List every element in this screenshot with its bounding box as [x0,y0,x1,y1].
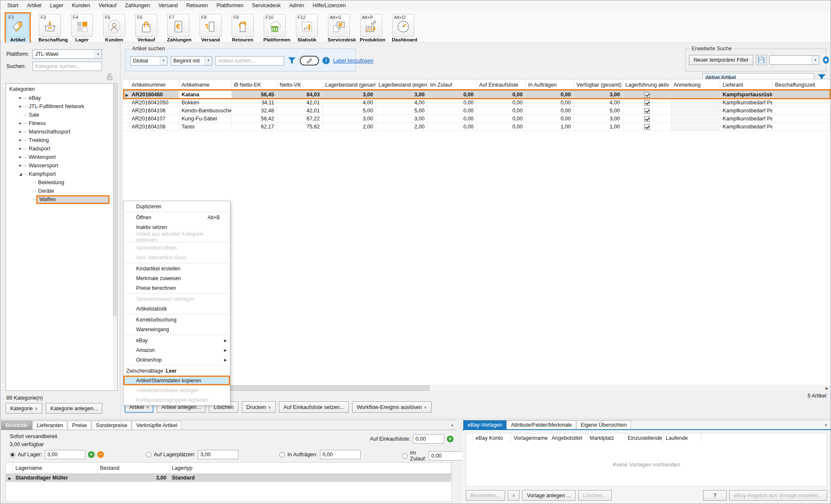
checkbox-checked-icon[interactable] [644,100,650,106]
toolbar-button-lager[interactable]: F4Lager [69,12,95,44]
search-scope-select[interactable]: Global▼ [130,56,167,65]
radio-button[interactable] [10,452,15,458]
radio-button[interactable] [402,453,407,459]
tree-item-trekking[interactable]: ▶Trekking [6,136,117,144]
menubar-item-servicedesk[interactable]: Servicedesk [248,1,285,10]
vorlage-anlegen-button[interactable]: Vorlage anlegen ... [522,490,575,501]
tree-expander-icon[interactable]: ▶ [18,147,23,150]
tree-item-sale[interactable]: Sale [6,111,117,119]
tab-eigene-übersichten[interactable]: Eigene Übersichten [577,420,631,429]
checkbox-checked-icon[interactable] [644,92,650,98]
column-header-beschaffungszeit[interactable]: Beschaffungszeit [772,79,831,90]
article-row-ar2016041050[interactable]: AR2016041050Bokken34,1142,014,004,000,00… [123,98,831,106]
menubar-item-start[interactable]: Start [3,1,22,10]
tab-attribute-felder-merkmale[interactable]: Attribute/Felder/Merkmale [507,420,576,429]
checkbox-checked-icon[interactable] [644,108,650,114]
toolbar-button-versand[interactable]: F8Versand [197,12,224,44]
context-menu-item-merkmale-zuweisen[interactable]: Merkmale zuweisen [123,273,230,283]
tree-expander-icon[interactable]: ▶ [18,155,23,159]
menubar-item-versand[interactable]: Versand [154,1,182,10]
stock-input-auf-lagerplätzen[interactable] [198,450,238,459]
drucken-button[interactable]: Drucken∨ [242,401,276,413]
scroll-right-icon[interactable]: ▶ [824,385,830,391]
column-header-laufende[interactable]: Laufende [663,433,701,443]
context-menu-item-artikelstatistik[interactable]: Artikelstatistik [123,304,230,313]
auf-einkaufsliste-setzen-button[interactable]: Auf Einkaufsliste setzen... [279,401,349,413]
article-search-input[interactable] [216,56,284,65]
increase-icon[interactable]: + [88,451,95,458]
column-header-artikelnummer[interactable]: Artikelnummer [129,79,179,90]
tree-expander-icon[interactable]: ▶ [18,96,23,100]
saved-filter-select[interactable]: ▼ [769,55,819,65]
stock-input-in-aufträgen[interactable] [320,450,361,459]
toolbar-button-beschaffung[interactable]: F3Beschaffung [37,12,63,44]
context-menu-item-öffnen[interactable]: ÖffnenAlt+B [123,212,230,222]
toolbar-button-retouren[interactable]: F9Retouren [230,12,256,44]
menubar-item-retouren[interactable]: Retouren [182,1,212,10]
menubar-item-artikel[interactable]: Artikel [22,1,46,10]
menubar-item-verkauf[interactable]: Verkauf [94,1,120,10]
column-header-lieferant[interactable]: Lieferant [720,79,772,90]
tab-bestände[interactable]: Bestände [1,421,32,430]
radio-button[interactable] [279,452,285,458]
context-menu-item-duplizieren[interactable]: Duplizieren [123,202,230,211]
label-hinzufuegen-link[interactable]: Label hinzufügen [333,58,373,64]
column-header-ebay-konto[interactable]: eBay Konto [473,433,511,443]
increase-icon[interactable]: + [447,436,454,442]
toolbar-button-verkauf[interactable]: F6Verkauf [133,12,159,44]
tab-ebay-vorlagen[interactable]: eBay-Vorlagen [463,420,506,429]
menubar-item-kunden[interactable]: Kunden [68,1,94,10]
menubar-item-admin[interactable]: Admin [285,1,308,10]
tab-preise[interactable]: Preise [68,421,91,430]
tree-expander-icon[interactable]: ▶ [18,122,23,125]
tree-item-fitness[interactable]: ▶Fitness [6,119,117,128]
article-row-ar201604108[interactable]: AR201604108Tanto62,1775,622,002,000,000,… [123,123,831,131]
edit-labels-toggle[interactable] [300,56,319,65]
stock-row-standardlager-müller[interactable]: ▶Standardlager Müller3,00Standard [6,474,451,482]
column-header-in-aufträgen[interactable]: In Aufträgen [525,79,574,90]
column-header-einzustellende[interactable]: Einzustellende [625,433,663,443]
toolbar-button-artikel[interactable]: F2Artikel [5,12,31,44]
tree-item-bekleidung[interactable]: Bekleidung [6,178,117,187]
radio-button[interactable] [146,452,151,458]
article-row-ar201604107[interactable]: AR201604107Kung-Fu-Säbel56,4267,223,003,… [123,114,831,123]
context-menu-item-kindartikel-erstellen[interactable]: Kindartikel erstellen [123,264,230,273]
panel-tab-overflow-icon[interactable]: ▼ [451,424,454,428]
column-header-netto-vk[interactable]: Netto-VK [277,79,323,90]
help-button[interactable]: ? [703,490,727,501]
toolbar-button-servicedesk[interactable]: Alt+SServicedesk [326,12,352,44]
kategorie-menu-button[interactable]: Kategorie∨ [5,403,42,414]
menubar-item-lager[interactable]: Lager [46,1,68,10]
scrollbar-thumb[interactable] [113,84,117,316]
tree-item-wassersport[interactable]: ▶Wassersport [6,161,117,170]
context-menu-item-onlineshop[interactable]: Onlineshop▶ [123,355,230,365]
column-header-artikelname[interactable]: Artikelname [179,79,231,90]
column-header-anmerkung[interactable]: Anmerkung [671,79,720,90]
column-header-lagerbestand-eigen[interactable]: Lagerbestand (eigen) [376,79,427,90]
tree-item-radsport[interactable]: ▶Radsport [6,144,117,153]
column-header-lagertyp[interactable]: Lagertyp [169,463,451,474]
tree-expander-icon[interactable]: ▶ [18,164,23,167]
context-menu-item-wareneingang[interactable]: Wareneingang [123,324,230,334]
toolbar-button-statistik[interactable]: F12Statistik [294,12,320,44]
unlock-icon[interactable] [107,73,113,81]
panel-tab-overflow-icon[interactable]: ▼ [824,424,828,427]
menubar-item-plattformen[interactable]: Plattformen [212,1,248,10]
column-header-auf-einkaufsliste[interactable]: Auf Einkaufsliste [476,79,525,90]
column-header-lagerbestand-gesamt[interactable]: Lagerbestand (gesamt) [323,79,376,90]
tree-item-geräte[interactable]: Geräte [6,187,117,195]
save-filter-button[interactable] [756,55,767,65]
einkaufsliste-input[interactable] [413,434,444,444]
toolbar-button-plattformen[interactable]: F10Plattformen [262,12,288,44]
tab-sonderpreise[interactable]: Sonderpreise [92,421,131,430]
column-header-im-zulauf[interactable]: Im Zulauf [427,79,476,90]
toolbar-button-zahlungen[interactable]: F7€Zahlungen [165,12,191,44]
decrease-icon[interactable]: − [97,451,104,458]
tree-root-kategorien[interactable]: Kategorien [6,84,117,94]
column-header-verfügbar-gesamt[interactable]: Verfügbar (gesamt) [574,79,623,90]
column-header-lagername[interactable]: Lagername [13,463,97,474]
tree-item-mannschaftssport[interactable]: ▶Mannschaftssport [6,128,117,136]
toolbar-button-kunden[interactable]: F5Kunden [101,12,127,44]
kategorie-anlegen-button[interactable]: Kategorie anlegen... [46,403,102,414]
checkbox-checked-icon[interactable] [644,124,650,130]
